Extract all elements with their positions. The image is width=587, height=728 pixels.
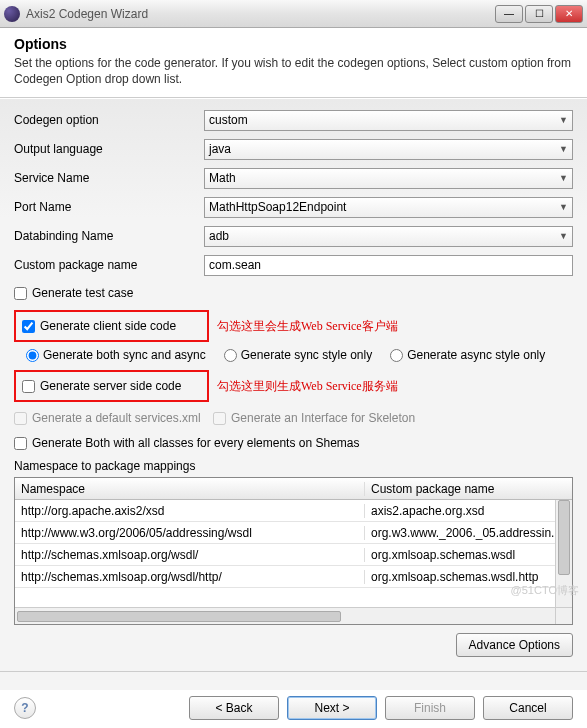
titlebar: Axis2 Codegen Wizard — ☐ ✕ bbox=[0, 0, 587, 28]
maximize-button[interactable]: ☐ bbox=[525, 5, 553, 23]
port-name-value: MathHttpSoap12Endpoint bbox=[209, 200, 346, 214]
page-desc: Set the options for the code generator. … bbox=[14, 56, 573, 87]
port-name-label: Port Name bbox=[14, 200, 204, 214]
server-annotation: 勾选这里则生成Web Service服务端 bbox=[217, 378, 398, 395]
service-name-value: Math bbox=[209, 171, 236, 185]
service-name-label: Service Name bbox=[14, 171, 204, 185]
service-name-select[interactable]: Math ▼ bbox=[204, 168, 573, 189]
databinding-name-value: adb bbox=[209, 229, 229, 243]
generate-default-services-checkbox bbox=[14, 412, 27, 425]
scroll-thumb[interactable] bbox=[17, 611, 341, 622]
vertical-scrollbar[interactable] bbox=[555, 500, 572, 607]
table-row[interactable]: http://schemas.xmlsoap.org/wsdl/http/org… bbox=[15, 566, 572, 588]
generate-both-all-label: Generate Both with all classes for every… bbox=[32, 436, 360, 450]
generate-server-side-label: Generate server side code bbox=[40, 379, 181, 393]
output-language-label: Output language bbox=[14, 142, 204, 156]
finish-button: Finish bbox=[385, 696, 475, 720]
cell-package: org.xmlsoap.schemas.wsdl bbox=[365, 548, 572, 562]
radio-async[interactable]: Generate async style only bbox=[390, 348, 545, 362]
eclipse-icon bbox=[4, 6, 20, 22]
cell-package: org.w3.www._2006._05.addressin. bbox=[365, 526, 572, 540]
sync-async-radio-group: Generate both sync and async Generate sy… bbox=[26, 348, 573, 362]
mappings-table[interactable]: Namespace Custom package name http://org… bbox=[14, 477, 573, 625]
back-button[interactable]: < Back bbox=[189, 696, 279, 720]
col-namespace: Namespace bbox=[15, 482, 365, 496]
cell-namespace: http://schemas.xmlsoap.org/wsdl/ bbox=[15, 548, 365, 562]
generate-server-side-checkbox[interactable] bbox=[22, 380, 35, 393]
cell-namespace: http://schemas.xmlsoap.org/wsdl/http/ bbox=[15, 570, 365, 584]
advance-options-button[interactable]: Advance Options bbox=[456, 633, 573, 657]
generate-client-side-checkbox[interactable] bbox=[22, 320, 35, 333]
generate-interface-skeleton-checkbox bbox=[213, 412, 226, 425]
separator bbox=[0, 671, 587, 672]
col-package: Custom package name bbox=[365, 482, 572, 496]
chevron-down-icon: ▼ bbox=[559, 173, 568, 183]
output-language-select[interactable]: java ▼ bbox=[204, 139, 573, 160]
codegen-option-label: Codegen option bbox=[14, 113, 204, 127]
next-button[interactable]: Next > bbox=[287, 696, 377, 720]
output-language-value: java bbox=[209, 142, 231, 156]
generate-client-side-label: Generate client side code bbox=[40, 319, 176, 333]
port-name-select[interactable]: MathHttpSoap12Endpoint ▼ bbox=[204, 197, 573, 218]
table-header: Namespace Custom package name bbox=[15, 478, 572, 500]
radio-sync[interactable]: Generate sync style only bbox=[224, 348, 372, 362]
cell-package: axis2.apache.org.xsd bbox=[365, 504, 572, 518]
cell-namespace: http://org.apache.axis2/xsd bbox=[15, 504, 365, 518]
close-button[interactable]: ✕ bbox=[555, 5, 583, 23]
codegen-option-select[interactable]: custom ▼ bbox=[204, 110, 573, 131]
mappings-label: Namespace to package mappings bbox=[14, 459, 573, 473]
custom-package-input[interactable] bbox=[204, 255, 573, 276]
minimize-button[interactable]: — bbox=[495, 5, 523, 23]
cell-namespace: http://www.w3.org/2006/05/addressing/wsd… bbox=[15, 526, 365, 540]
scroll-thumb[interactable] bbox=[558, 500, 570, 575]
cell-package: org.xmlsoap.schemas.wsdl.http bbox=[365, 570, 572, 584]
table-row[interactable]: http://org.apache.axis2/xsdaxis2.apache.… bbox=[15, 500, 572, 522]
wizard-header: Options Set the options for the code gen… bbox=[0, 28, 587, 98]
generate-test-case-label: Generate test case bbox=[32, 286, 133, 300]
chevron-down-icon: ▼ bbox=[559, 231, 568, 241]
wizard-footer: ? < Back Next > Finish Cancel bbox=[0, 690, 587, 728]
help-icon[interactable]: ? bbox=[14, 697, 36, 719]
content-area: Codegen option custom ▼ Output language … bbox=[0, 98, 587, 690]
generate-interface-skeleton-label: Generate an Interface for Skeleton bbox=[231, 411, 415, 425]
radio-both[interactable]: Generate both sync and async bbox=[26, 348, 206, 362]
databinding-name-select[interactable]: adb ▼ bbox=[204, 226, 573, 247]
horizontal-scrollbar[interactable] bbox=[15, 607, 555, 624]
chevron-down-icon: ▼ bbox=[559, 144, 568, 154]
chevron-down-icon: ▼ bbox=[559, 202, 568, 212]
scroll-corner bbox=[555, 607, 572, 624]
client-annotation: 勾选这里会生成Web Service客户端 bbox=[217, 318, 398, 335]
cancel-button[interactable]: Cancel bbox=[483, 696, 573, 720]
table-row[interactable]: http://www.w3.org/2006/05/addressing/wsd… bbox=[15, 522, 572, 544]
generate-default-services-label: Generate a default services.xml bbox=[32, 411, 208, 425]
generate-test-case-checkbox[interactable] bbox=[14, 287, 27, 300]
databinding-name-label: Databinding Name bbox=[14, 229, 204, 243]
chevron-down-icon: ▼ bbox=[559, 115, 568, 125]
custom-package-label: Custom package name bbox=[14, 258, 204, 272]
page-title: Options bbox=[14, 36, 573, 52]
table-row[interactable]: http://schemas.xmlsoap.org/wsdl/org.xmls… bbox=[15, 544, 572, 566]
window-controls: — ☐ ✕ bbox=[495, 5, 583, 23]
codegen-option-value: custom bbox=[209, 113, 248, 127]
window-title: Axis2 Codegen Wizard bbox=[26, 7, 495, 21]
generate-both-all-checkbox[interactable] bbox=[14, 437, 27, 450]
